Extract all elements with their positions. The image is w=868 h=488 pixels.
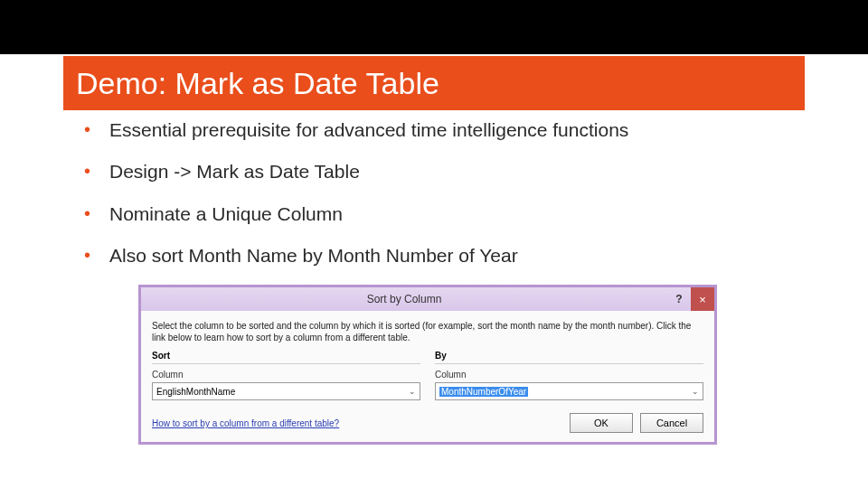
cancel-button[interactable]: Cancel [640, 413, 703, 433]
chevron-down-icon: ⌄ [692, 387, 699, 396]
bullet-item: Also sort Month Name by Month Number of … [84, 243, 803, 268]
dialog-instruction: Select the column to be sorted and the c… [152, 320, 703, 343]
dialog-titlebar: Sort by Column ? × [141, 287, 714, 311]
dialog-title: Sort by Column [141, 293, 667, 305]
by-column-group: By Column MonthNumberOfYear ⌄ [435, 351, 703, 400]
dialog-footer: How to sort by a column from a different… [152, 413, 703, 433]
slide-top-band [0, 0, 868, 54]
chevron-down-icon: ⌄ [409, 387, 416, 396]
ok-button[interactable]: OK [570, 413, 633, 433]
slide-content: Essential prerequisite for advanced time… [84, 117, 803, 445]
sort-column-value: EnglishMonthName [156, 387, 235, 397]
bullet-item: Essential prerequisite for advanced time… [84, 117, 803, 143]
help-link[interactable]: How to sort by a column from a different… [152, 418, 562, 428]
by-column-value: MonthNumberOfYear [439, 387, 528, 397]
bullet-item: Nominate a Unique Column [84, 202, 803, 227]
column-label: Column [435, 370, 703, 380]
slide-title: Demo: Mark as Date Table [76, 66, 439, 101]
by-group-label: By [435, 351, 703, 364]
title-bar: Demo: Mark as Date Table [63, 56, 805, 110]
close-button[interactable]: × [691, 287, 714, 311]
column-label: Column [152, 370, 420, 380]
by-column-select[interactable]: MonthNumberOfYear ⌄ [435, 382, 703, 400]
sort-column-group: Sort Column EnglishMonthName ⌄ [152, 351, 420, 400]
help-button[interactable]: ? [667, 293, 691, 305]
sort-by-column-dialog: Sort by Column ? × Select the column to … [138, 285, 717, 445]
bullet-list: Essential prerequisite for advanced time… [84, 117, 803, 268]
sort-group-label: Sort [152, 351, 420, 364]
sort-column-select[interactable]: EnglishMonthName ⌄ [152, 382, 420, 400]
bullet-item: Design -> Mark as Date Table [84, 159, 803, 184]
dialog-body: Select the column to be sorted and the c… [141, 311, 714, 442]
